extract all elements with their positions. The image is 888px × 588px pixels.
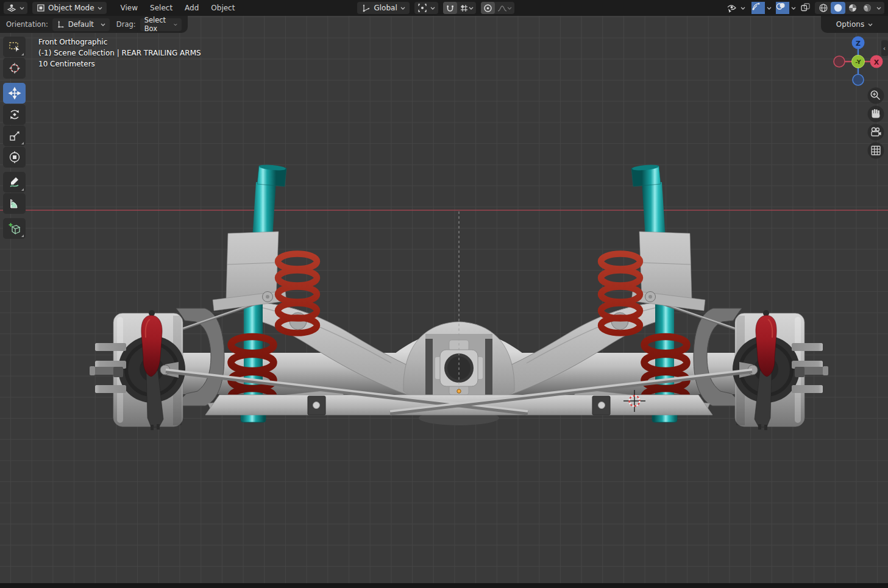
tool-add-cube[interactable] xyxy=(3,218,26,239)
object-mode-icon xyxy=(37,4,45,12)
measure-icon xyxy=(8,197,21,210)
chevron-down-icon xyxy=(101,23,105,26)
tool-rotate[interactable] xyxy=(3,104,26,125)
viewport-nav-buttons xyxy=(868,88,884,159)
viewport-info-overlay: Front Orthographic (-1) Scene Collection… xyxy=(38,37,201,69)
tool-move[interactable] xyxy=(3,83,26,104)
3d-viewport[interactable]: Z X -Y xyxy=(0,0,888,588)
gizmo-icon xyxy=(751,2,761,11)
transform-orientation-dropdown[interactable]: Global xyxy=(357,2,409,14)
chevron-down-icon xyxy=(741,7,745,10)
gizmo-x-label: X xyxy=(874,58,879,66)
gizmo-z-label: Z xyxy=(856,40,861,48)
snap-with-dropdown[interactable] xyxy=(457,2,476,14)
gizmos-toggle[interactable] xyxy=(751,2,765,14)
rotate-icon xyxy=(8,108,21,121)
gizmo-neg-y-label: -Y xyxy=(855,58,861,65)
cursor-tool-icon xyxy=(8,62,21,75)
drag-dropdown[interactable]: Select Box xyxy=(140,18,182,31)
chevron-down-icon xyxy=(507,7,512,10)
chevron-down-icon xyxy=(868,23,873,26)
overlays-toggle[interactable] xyxy=(776,2,789,14)
scale-icon xyxy=(8,129,21,143)
selectability-visibility-icon xyxy=(726,3,737,13)
tool-select-box[interactable] xyxy=(3,37,26,57)
snap-increment-icon xyxy=(460,4,469,13)
options-tab[interactable]: Options xyxy=(821,16,888,33)
chevron-down-icon[interactable] xyxy=(876,7,881,10)
select-box-icon xyxy=(8,40,21,54)
proportional-editing-toggle[interactable] xyxy=(481,2,495,14)
orientation-default-icon xyxy=(57,20,65,29)
gizmo-neg-x-ball[interactable] xyxy=(834,56,845,67)
mode-label: Object Mode xyxy=(48,4,94,12)
menu-object[interactable]: Object xyxy=(205,2,240,14)
shading-solid-button[interactable] xyxy=(831,2,845,14)
snap-controls xyxy=(443,2,476,14)
drag-value: Select Box xyxy=(144,16,171,33)
proportional-falloff-dropdown[interactable] xyxy=(495,2,514,14)
3d-viewport-editor-icon xyxy=(7,3,16,13)
gizmos-dropdown xyxy=(751,2,772,14)
chevron-down-icon xyxy=(20,7,24,10)
xray-toggle[interactable] xyxy=(800,2,811,14)
tool-annotate[interactable] xyxy=(3,172,26,193)
xray-icon xyxy=(800,2,811,12)
chevron-down-icon xyxy=(430,7,435,10)
shading-mode-group xyxy=(815,2,884,14)
svg-text:‹: ‹ xyxy=(883,44,886,52)
orientation-label: Orientation: xyxy=(6,20,48,29)
tool-cursor[interactable] xyxy=(3,58,26,79)
shading-material-icon xyxy=(848,3,858,13)
pivot-point-dropdown[interactable] xyxy=(414,2,438,14)
object-origin-dot xyxy=(457,389,461,393)
pan-button[interactable] xyxy=(868,106,884,122)
options-label: Options xyxy=(836,20,864,29)
chevron-down-icon xyxy=(98,7,102,10)
add-cube-icon xyxy=(8,222,21,235)
drag-label: Drag: xyxy=(116,20,136,29)
camera-view-button[interactable] xyxy=(868,124,884,141)
viewport-header: Object Mode View Select Add Object Globa… xyxy=(0,0,888,16)
gizmo-neg-z-ball[interactable] xyxy=(853,74,864,85)
menu-select[interactable]: Select xyxy=(144,2,178,14)
navigation-gizmo[interactable]: Z X -Y xyxy=(834,37,883,86)
menu-add[interactable]: Add xyxy=(179,2,204,14)
collection-breadcrumb: (-1) Scene Collection | REAR TRAILING AR… xyxy=(38,48,201,58)
transform-icon xyxy=(8,151,21,164)
transform-orientation-label: Global xyxy=(374,4,397,12)
move-icon xyxy=(8,87,21,100)
shading-rendered-icon xyxy=(862,3,872,13)
annotate-icon xyxy=(8,175,21,189)
chevron-down-icon xyxy=(469,7,474,10)
overlays-icon xyxy=(776,2,786,11)
chevron-down-icon xyxy=(174,23,177,26)
shading-material-button[interactable] xyxy=(845,2,860,14)
menu-view[interactable]: View xyxy=(115,2,143,14)
visibility-dropdown[interactable] xyxy=(725,2,747,14)
mode-dropdown[interactable]: Object Mode xyxy=(32,2,107,14)
grid-view-button[interactable] xyxy=(868,143,884,159)
shading-solid-icon xyxy=(833,3,843,13)
sidebar-toggle[interactable]: ‹ xyxy=(881,40,888,56)
tool-transform[interactable] xyxy=(3,147,26,168)
tool-shelf xyxy=(3,37,26,239)
editor-type-dropdown[interactable] xyxy=(4,2,27,14)
orientation-value: Default xyxy=(68,20,98,29)
tool-scale[interactable] xyxy=(3,126,26,146)
shading-rendered-button[interactable] xyxy=(860,2,875,14)
view-name-label: Front Orthographic xyxy=(38,37,201,48)
chevron-down-icon xyxy=(767,7,772,10)
chevron-down-icon xyxy=(400,7,405,10)
proportional-editing-icon xyxy=(483,4,492,13)
proportional-edit-controls xyxy=(481,2,514,14)
snap-toggle[interactable] xyxy=(443,2,457,14)
shading-wireframe-button[interactable] xyxy=(816,2,831,14)
orientation-dropdown[interactable]: Default xyxy=(52,18,110,31)
magnet-icon xyxy=(446,4,455,13)
chevron-down-icon xyxy=(791,7,796,10)
grid-scale-label: 10 Centimeters xyxy=(38,58,201,69)
tool-measure[interactable] xyxy=(3,193,26,214)
falloff-curve-icon xyxy=(497,4,507,13)
zoom-button[interactable] xyxy=(868,88,884,104)
